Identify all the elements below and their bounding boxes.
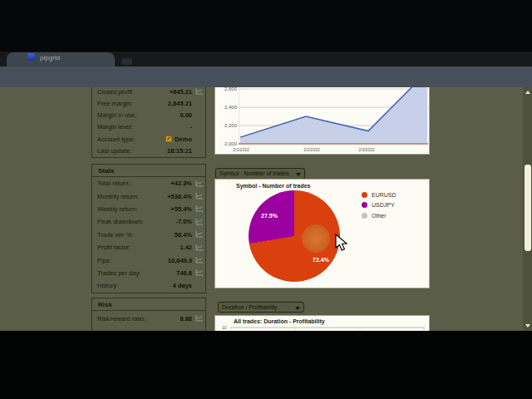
y-tick: 2,000 xyxy=(215,141,237,146)
legend-item: Other xyxy=(362,210,397,221)
stat-row: Monthly return:+536.4% xyxy=(92,190,205,202)
history-icon[interactable] xyxy=(195,88,203,95)
demo-checkbox[interactable]: ✓ xyxy=(165,135,172,142)
pie-slice-label: 72.4% xyxy=(306,257,336,263)
letterbox-bottom xyxy=(0,331,532,399)
stat-row: Profit factor:1.42 xyxy=(92,241,205,254)
chevron-down-icon xyxy=(295,307,300,310)
click-highlight xyxy=(302,224,330,253)
symbol-chart-select[interactable]: Symbol - Number of trades xyxy=(215,168,305,180)
history-icon[interactable] xyxy=(195,315,203,322)
equity-area xyxy=(240,87,427,144)
y-tick: 2,600 xyxy=(215,87,237,91)
y-tick: 2,200 xyxy=(215,123,237,128)
y-tick: 2,400 xyxy=(215,105,237,110)
account-row: Account type: ✓Demo xyxy=(92,133,205,145)
legend-dot-other xyxy=(362,213,367,219)
stat-row: Trade win %:58.4% xyxy=(92,229,205,241)
history-icon[interactable] xyxy=(195,244,203,251)
pie-chart-title: Symbol - Number of trades xyxy=(236,183,310,189)
tab-title: pipgrid xyxy=(40,54,108,62)
account-info-panel: Closed profit: +845.21 Free margin: 2,84… xyxy=(91,87,206,158)
screen: pipgrid ← → ↻ fxblue.com/users/pipgrid xyxy=(0,0,532,399)
stat-row: History:4 days xyxy=(92,279,205,292)
stat-row: Weekly return:+55.4% xyxy=(92,203,205,215)
y-tick: 10 xyxy=(222,325,227,330)
duration-chart-panel: All trades: Duration - Profitability 10 xyxy=(214,315,430,331)
account-row: Closed profit: +845.21 xyxy=(92,87,205,97)
equity-chart-plot[interactable] xyxy=(239,87,428,146)
risk-panel: Risk Risk/reward ratio:8.88 xyxy=(91,298,206,331)
account-row: Margin in use: 0.00 xyxy=(92,109,205,121)
scroll-up-icon[interactable] xyxy=(525,91,530,94)
stat-row: Pips:10,649.3 xyxy=(92,254,205,266)
history-icon[interactable] xyxy=(195,231,203,238)
equity-chart-panel: 2,600 2,400 2,200 2,000 2/1/2022 2/2/202… xyxy=(214,87,430,155)
account-row: Free margin: 2,845.21 xyxy=(92,97,205,109)
history-icon[interactable] xyxy=(195,257,203,264)
scroll-down-icon[interactable] xyxy=(525,324,530,328)
history-icon[interactable] xyxy=(195,180,203,187)
stats-panel: Stats Total return:+42.3% Monthly return… xyxy=(91,164,206,293)
legend-item: USDJPY xyxy=(362,200,397,211)
duration-chart-select[interactable]: Duration / Profitability xyxy=(218,302,304,313)
legend-item: EURUSD xyxy=(362,190,397,200)
account-row: Margin level: - xyxy=(92,121,205,133)
scrollbar-thumb[interactable] xyxy=(525,165,531,251)
duration-select-label: Duration / Profitability xyxy=(222,304,278,310)
pie-legend: EURUSD USDJPY Other xyxy=(362,190,397,221)
duration-chart-title: All trades: Duration - Profitability xyxy=(234,318,325,324)
mouse-cursor-icon xyxy=(335,234,348,252)
history-icon[interactable] xyxy=(195,219,203,225)
history-icon[interactable] xyxy=(195,193,203,200)
new-tab-button[interactable] xyxy=(121,58,132,65)
stat-row: Trades per day:746.8 xyxy=(92,267,205,279)
stats-header: Stats xyxy=(92,165,205,177)
chevron-down-icon xyxy=(296,173,301,176)
pie-slice-label: 27.5% xyxy=(254,213,284,219)
legend-dot-eurusd xyxy=(362,192,367,198)
symbol-select-label: Symbol - Number of trades xyxy=(219,170,289,176)
stat-row: Peak drawdown:-7.0% xyxy=(92,215,205,228)
risk-header: Risk xyxy=(92,298,205,311)
history-icon[interactable] xyxy=(195,205,203,212)
legend-dot-usdjpy xyxy=(362,202,367,208)
x-tick: 2/2/2022 xyxy=(295,147,328,152)
tab-favicon-icon xyxy=(27,53,35,61)
x-tick: 2/3/2022 xyxy=(350,147,383,152)
x-tick: 2/1/2022 xyxy=(224,147,258,152)
stat-row: Total return:+42.3% xyxy=(92,177,205,190)
risk-row: Risk/reward ratio:8.88 xyxy=(92,311,205,326)
browser-toolbar: ← → ↻ fxblue.com/users/pipgrid ☆ xyxy=(0,66,532,87)
page-content: Closed profit: +845.21 Free margin: 2,84… xyxy=(0,87,532,331)
history-icon[interactable] xyxy=(195,269,203,276)
account-row: Last update: 18:15:21 xyxy=(92,145,205,157)
scrollbar[interactable] xyxy=(523,87,532,331)
